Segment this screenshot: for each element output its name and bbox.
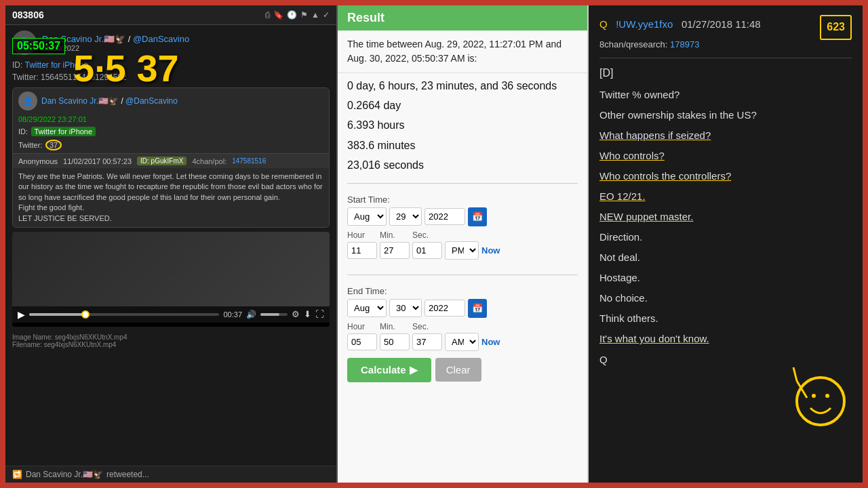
progress-bar[interactable] xyxy=(29,313,219,316)
volume-bar[interactable] xyxy=(260,313,288,316)
start-time-row: AM PM Now xyxy=(347,241,578,260)
inner-tweet-header: 👤 Dan Scavino Jr.🇺🇸🦅 / @DanScavino xyxy=(13,88,329,114)
board-post-id[interactable]: 178973 xyxy=(670,39,699,49)
q-line-12: Think others. xyxy=(599,309,852,327)
end-month-select[interactable]: Aug JanFebMar xyxy=(347,299,387,317)
deco-annotation xyxy=(780,361,848,434)
end-time-label: End Time: xyxy=(347,286,578,296)
section-divider-2 xyxy=(347,274,578,275)
video-thumbnail: ▶ xyxy=(12,232,330,306)
inner-twitter-label: Twitter: xyxy=(18,141,42,149)
result-description: The time between Aug. 29, 2022, 11:27:01… xyxy=(338,30,587,73)
start-time-section: Start Time: Aug JanFebMarApr MayJunJul S… xyxy=(338,188,587,270)
end-now-button[interactable]: Now xyxy=(481,337,500,347)
inner-avatar: 👤 xyxy=(18,92,37,110)
id-source: Twitter for iPhone xyxy=(24,60,87,70)
end-ampm-select[interactable]: AM PM xyxy=(445,333,479,351)
bracket-d: [D] xyxy=(599,64,852,83)
bookmark-icon[interactable]: 🔖 xyxy=(273,10,283,20)
end-calendar-button[interactable]: 📅 xyxy=(468,299,487,318)
start-hour-input[interactable] xyxy=(347,242,377,259)
start-now-button[interactable]: Now xyxy=(481,245,500,256)
check-icon[interactable]: ✓ xyxy=(323,10,330,20)
q-post-header: Q !UW.yye1fxo 01/27/2018 11:48 623 xyxy=(599,15,852,33)
q-line-9: Not deal. xyxy=(599,248,852,266)
svg-line-3 xyxy=(797,381,807,398)
end-min-input[interactable] xyxy=(380,333,410,350)
q-divider xyxy=(599,58,852,58)
share-icon[interactable]: ⎙ xyxy=(265,10,270,20)
image-name: seg4lxjsN6XKUtnX.mp4 xyxy=(55,333,127,341)
inner-tweet-meta: 08/29/2022 23:27:01 ID: Twitter for iPho… xyxy=(13,114,329,153)
clear-button[interactable]: Clear xyxy=(435,358,481,382)
start-time-labels: Hour Min. Sec. xyxy=(347,230,578,240)
download-icon[interactable]: ⬇ xyxy=(304,309,311,319)
start-year-input[interactable] xyxy=(425,208,465,225)
inner-tweet: 👤 Dan Scavino Jr.🇺🇸🦅 / @DanScavino 08/29… xyxy=(12,87,330,228)
start-calendar-button[interactable]: 📅 xyxy=(468,207,487,226)
start-month-select[interactable]: Aug JanFebMarApr MayJunJul SepOctNovDec xyxy=(347,207,387,226)
play-button[interactable]: ▶ xyxy=(18,309,25,320)
left-header: 083806 ⎙ 🔖 🕐 ⚑ ▲ ✓ xyxy=(5,5,336,25)
q-line-6: EO 12/21. xyxy=(599,187,852,205)
result-values: 0 day, 6 hours, 23 minutes, and 36 secon… xyxy=(338,73,587,179)
twitter-id: 1564551154461294592 xyxy=(41,73,127,82)
inner-author: Dan Scavino Jr.🇺🇸🦅 / @DanScavino xyxy=(41,96,178,106)
end-year-input[interactable] xyxy=(425,300,465,317)
inner-id-value: Twitter for iPhone xyxy=(31,127,96,136)
anon-id: ID: pGukIFmX xyxy=(137,157,186,165)
svg-point-0 xyxy=(797,378,844,425)
q-line-5: Who controls the controllers? xyxy=(599,167,852,185)
clock-icon: 🕐 xyxy=(287,10,297,20)
start-ampm-select[interactable]: AM PM xyxy=(445,241,479,260)
fullscreen-icon[interactable]: ⛶ xyxy=(315,309,324,319)
inner-twitter-value: 37 xyxy=(45,140,62,150)
tweet-twitter-info: Twitter: 1564551154461294592 xyxy=(5,71,336,83)
q-line-7: NEW puppet master. xyxy=(599,207,852,226)
q-username: !UW.yye1fxo xyxy=(616,18,673,30)
chan-board-label: 4chan/pol: xyxy=(192,157,226,165)
anon-post-date: 11/02/2017 00:57:23 xyxy=(63,157,132,165)
end-hour-input[interactable] xyxy=(347,333,377,350)
q-post-board: 8chan/qresearch: 178973 xyxy=(599,37,852,52)
settings-icon[interactable]: ⚙ xyxy=(292,309,300,319)
section-divider-1 xyxy=(347,183,578,184)
start-time-label: Start Time: xyxy=(347,195,578,205)
progress-fill xyxy=(29,313,86,316)
file-info: Image Name: seg4lxjsN6XKUtnX.mp4 Filenam… xyxy=(5,331,336,351)
anon-user: Anonymous xyxy=(18,157,58,165)
end-day-select[interactable]: 29 3031 xyxy=(389,299,422,317)
end-time-section: End Time: Aug JanFebMar 29 3031 📅 Hour M… xyxy=(338,279,587,389)
result-day-hours: 0 day, 6 hours, 23 minutes, and 36 secon… xyxy=(347,77,578,95)
start-date-row: Aug JanFebMarApr MayJunJul SepOctNovDec … xyxy=(347,207,578,226)
chan-id[interactable]: 147581516 xyxy=(232,157,266,165)
result-minutes: 383.6 minutes xyxy=(347,136,578,155)
q-line-8: Direction. xyxy=(599,228,852,246)
q-line-4: Who controls? xyxy=(599,146,852,165)
svg-point-2 xyxy=(825,394,829,398)
flag-icon[interactable]: ⚑ xyxy=(300,10,308,20)
left-panel: 083806 ⎙ 🔖 🕐 ⚑ ▲ ✓ 05:50:37 👤 Dan Scavin… xyxy=(5,5,338,483)
up-icon[interactable]: ▲ xyxy=(311,10,319,20)
result-header: Result xyxy=(338,5,587,30)
inner-date: 08/29/2022 23:27:01 xyxy=(18,115,323,123)
calculate-button[interactable]: Calculate ▶ xyxy=(347,358,431,382)
video-controls: ▶ 00:37 🔊 ⚙ ⬇ ⛶ xyxy=(12,306,330,323)
svg-point-1 xyxy=(812,394,816,398)
start-min-input[interactable] xyxy=(380,242,410,259)
start-sec-input[interactable] xyxy=(412,242,442,259)
vol-icon[interactable]: 🔊 xyxy=(246,310,256,319)
q-line-3: What happens if seized? xyxy=(599,126,852,144)
end-sec-input[interactable] xyxy=(412,333,442,350)
start-day-select[interactable]: 29 01023031 xyxy=(389,207,422,226)
video-player: ▶ ▶ 00:37 🔊 ⚙ ⬇ ⛶ xyxy=(12,232,330,327)
action-row: Calculate ▶ Clear xyxy=(347,358,578,382)
retweet-label: retweeted... xyxy=(106,470,149,479)
q-line-13: It's what you don't know. xyxy=(599,329,852,348)
q-date: 01/27/2018 11:48 xyxy=(682,18,761,30)
anon-header: Anonymous 11/02/2017 00:57:23 ID: pGukIF… xyxy=(13,153,329,168)
q-signature: Q xyxy=(599,350,852,369)
anon-text: They are the true Patriots. We will neve… xyxy=(13,168,329,227)
volume-fill xyxy=(260,313,279,316)
video-timecode: 00:37 xyxy=(223,310,242,319)
